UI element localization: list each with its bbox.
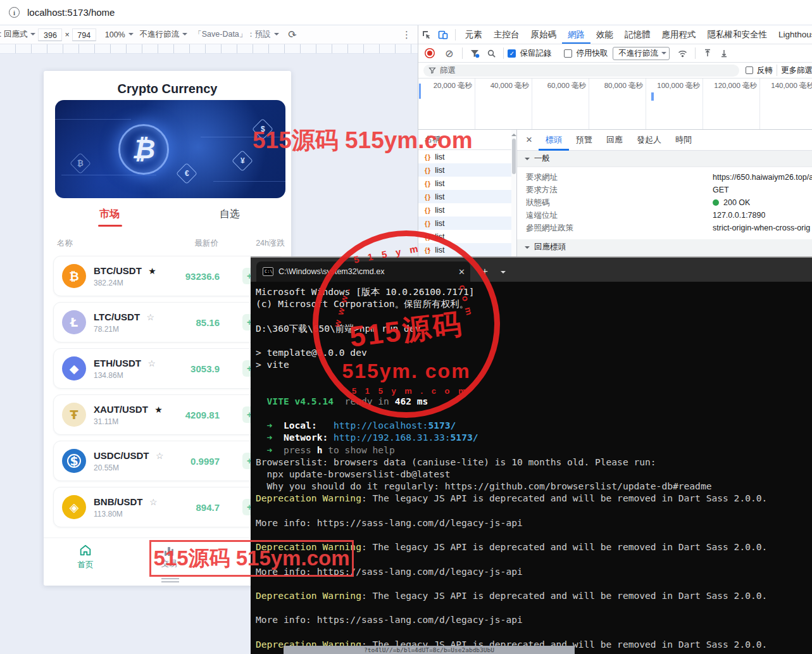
banner-euro-icon: € [176, 163, 197, 184]
favorite-star-icon[interactable]: ☆ [156, 451, 164, 461]
tab-market[interactable]: 市场 [99, 208, 120, 221]
json-braces-icon: {} [425, 167, 431, 174]
devtools-tab[interactable]: Lighthouse [773, 25, 812, 44]
divider [503, 47, 504, 59]
scrollbar-thumb[interactable] [512, 139, 516, 174]
inspect-element-icon[interactable] [418, 27, 435, 42]
timeline-tick-label: 140,000 毫秒 [760, 79, 812, 130]
record-network-log-icon[interactable] [427, 51, 432, 56]
general-kv-rows: 要求網址 https://650.haiwaiym26.top/a 要求方法 G… [517, 167, 812, 238]
devtools-tab[interactable]: 元素 [459, 25, 488, 44]
browser-address-bar[interactable]: i localhost:5173/home [0, 0, 812, 25]
banner-circuit-line [213, 181, 285, 182]
network-request-row[interactable]: {} list [418, 203, 511, 217]
detail-tab[interactable]: 預覽 [569, 130, 599, 151]
filter-icon[interactable] [466, 46, 483, 61]
coin-volume: 31.11M [94, 417, 163, 426]
coin-icon: Ŧ [62, 403, 86, 427]
url-text[interactable]: localhost:5173/home [27, 7, 115, 18]
detail-tab[interactable]: 發起人 [630, 130, 668, 151]
header-key: 參照網址政策 [526, 223, 713, 234]
invert-filter-label: 反轉 [757, 65, 773, 76]
header-kv-row: 遠端位址 127.0.0.1:7890 [517, 209, 812, 222]
network-throttle-select[interactable]: 不進行節流 [613, 47, 670, 60]
network-request-row[interactable]: {} list [418, 163, 511, 177]
coin-icon: ◆ [62, 356, 86, 380]
close-icon[interactable]: × [517, 134, 539, 146]
header-kv-row: 要求方法 GET [517, 184, 812, 196]
invert-filter-checkbox[interactable] [746, 66, 753, 74]
favorite-star-icon[interactable]: ★ [148, 266, 156, 276]
coin-pair: BTC/USDT [94, 265, 142, 276]
devtools-tab[interactable]: 隱私權和安全性 [702, 25, 773, 44]
response-headers-section-header[interactable]: 回應標頭 [517, 239, 812, 256]
coin-price: 85.16 [196, 317, 220, 328]
general-section-header[interactable]: 一般 [517, 151, 812, 167]
request-name: list [435, 179, 444, 188]
network-request-row[interactable]: {} list [418, 217, 511, 230]
network-overview-timeline[interactable]: 20,000 毫秒40,000 毫秒60,000 毫秒80,000 毫秒100,… [418, 79, 812, 130]
status-snippet: ?to4lU//=b/bl=4dUT=8c/b=Use2abdb3UbU [284, 646, 575, 654]
banner-yen-icon: ¥ [232, 150, 253, 172]
device-type-select[interactable]: 尺寸: 回應式 [0, 29, 27, 40]
coin-volume: 382.24M [94, 279, 156, 287]
import-har-icon[interactable] [699, 46, 716, 61]
network-request-row[interactable]: {} list [418, 190, 511, 203]
triangle-down-icon [525, 158, 530, 163]
zoom-select[interactable]: 100% [105, 30, 125, 39]
devtools-tab[interactable]: 主控台 [488, 25, 525, 44]
network-request-row[interactable]: {} list [418, 177, 511, 190]
favorite-star-icon[interactable]: ☆ [147, 312, 155, 322]
devtools-tab-bar: 元素主控台原始碼網路效能記憶體應用程式隱私權和安全性Lighthouse [418, 25, 812, 44]
viewport-height-input[interactable]: 794 [72, 28, 96, 41]
coin-pair: ETH/USDT [94, 358, 141, 368]
coin-pair: BNB/USDT [94, 496, 143, 507]
tab-dropdown-icon[interactable] [501, 271, 506, 276]
timeline-tick-label: 20,000 毫秒 [418, 79, 475, 130]
divider [455, 29, 456, 41]
devtools-tab[interactable]: 原始碼 [525, 25, 563, 44]
header-value: 200 OK [713, 198, 750, 207]
home-indicator [161, 578, 179, 582]
status-ok-dot [713, 199, 719, 206]
favorite-star-icon[interactable]: ☆ [147, 358, 156, 368]
export-har-icon[interactable] [716, 46, 732, 61]
site-info-icon[interactable]: i [9, 7, 20, 18]
tab-watchlist[interactable]: 自选 [220, 208, 240, 221]
network-filter-bar: 篩選 反轉 更多篩選 [418, 63, 812, 79]
save-data-select[interactable]: 「Save-Data」：預設 [194, 29, 271, 40]
rotate-viewport-icon[interactable]: ⟳ [286, 27, 298, 41]
more-filters-button[interactable]: 更多篩選 [781, 65, 812, 76]
scroll-up-arrow-icon[interactable] [511, 131, 516, 136]
favorite-star-icon[interactable]: ☆ [149, 497, 158, 507]
filter-input[interactable]: 篩選 [423, 65, 739, 77]
devtools-tab[interactable]: 記憶體 [619, 25, 656, 44]
detail-tab[interactable]: 回應 [599, 130, 630, 151]
preserve-log-checkbox[interactable]: ✓ [508, 49, 516, 58]
chevron-down-icon [661, 52, 666, 57]
header-key: 狀態碼 [526, 198, 713, 208]
header-value: strict-origin-when-cross-orig [713, 223, 810, 232]
toggle-device-toolbar-icon[interactable] [435, 27, 451, 42]
throttle-select[interactable]: 不進行節流 [140, 29, 180, 40]
network-conditions-icon[interactable] [675, 46, 691, 61]
clear-network-log-icon[interactable]: ⊘ [445, 47, 453, 60]
coin-price: 894.7 [196, 502, 220, 513]
detail-tab[interactable]: 標頭 [539, 130, 569, 151]
devtools-tab[interactable]: 效能 [590, 25, 619, 44]
viewport-width-input[interactable]: 396 [38, 28, 62, 41]
devtools-tab[interactable]: 應用程式 [656, 25, 702, 44]
device-toolbar-menu-icon[interactable]: ⋮ [402, 29, 411, 41]
coin-pair: USDC/USDT [94, 450, 149, 461]
json-braces-icon: {} [425, 220, 431, 227]
nav-item-home[interactable]: 首页 [44, 538, 127, 574]
search-icon[interactable] [483, 46, 499, 61]
devtools-tab[interactable]: 網路 [562, 25, 590, 44]
favorite-star-icon[interactable]: ★ [154, 405, 163, 415]
timeline-tick-label: 100,000 毫秒 [646, 79, 703, 130]
disable-cache-checkbox[interactable] [564, 49, 572, 58]
detail-tabs: 標頭預覽回應發起人時間 [539, 130, 699, 151]
detail-tab[interactable]: 時間 [668, 130, 699, 151]
timeline-activity-mark [419, 84, 421, 99]
home-icon [78, 543, 92, 557]
